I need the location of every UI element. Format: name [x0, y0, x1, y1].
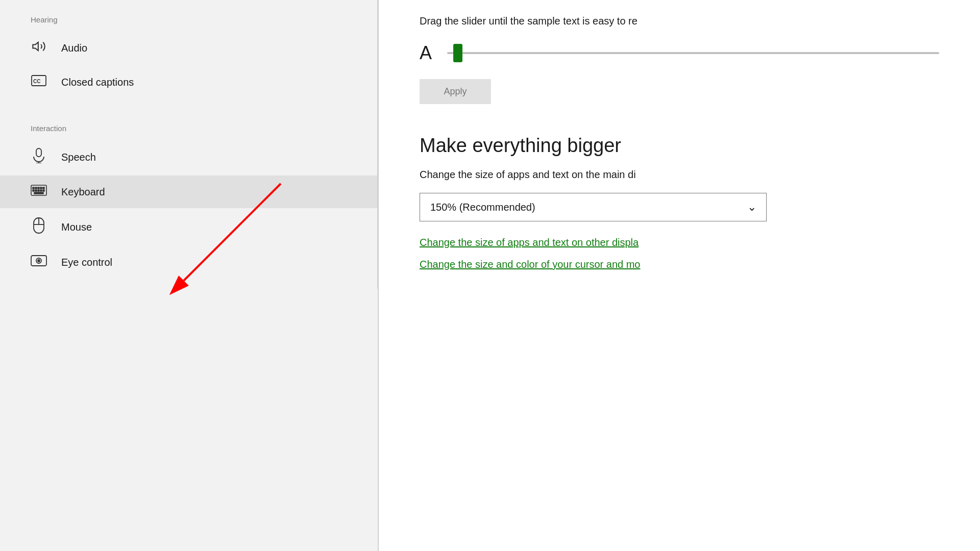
closed-captions-icon: CC: [31, 75, 47, 89]
display-scale-dropdown-container[interactable]: 150% (Recommended) ⌄: [420, 193, 767, 221]
svg-rect-13: [35, 190, 37, 191]
speech-icon: [31, 148, 47, 166]
svg-rect-11: [43, 187, 44, 189]
display-scale-dropdown[interactable]: 150% (Recommended): [420, 193, 767, 221]
svg-rect-8: [35, 187, 37, 189]
main-content: Drag the slider until the sample text is…: [379, 0, 980, 551]
slider-instruction: Drag the slider until the sample text is…: [420, 15, 939, 27]
svg-marker-0: [33, 42, 38, 51]
interaction-section-header: Interaction: [0, 119, 377, 139]
make-bigger-title: Make everything bigger: [420, 135, 939, 157]
svg-rect-14: [38, 190, 39, 191]
apply-button[interactable]: Apply: [420, 79, 491, 104]
mouse-label: Mouse: [61, 221, 92, 233]
mouse-icon: [31, 217, 47, 237]
sidebar-item-closed-captions[interactable]: CC Closed captions: [0, 66, 377, 98]
keyboard-icon: [31, 185, 47, 199]
sidebar-item-audio[interactable]: Audio: [0, 30, 377, 66]
eye-control-label: Eye control: [61, 257, 112, 268]
svg-rect-15: [40, 190, 42, 191]
svg-rect-9: [38, 187, 39, 189]
slider-letter-label: A: [420, 42, 432, 64]
other-displays-link[interactable]: Change the size of apps and text on othe…: [420, 237, 939, 248]
svg-text:CC: CC: [33, 79, 40, 84]
speech-label: Speech: [61, 152, 96, 163]
font-size-slider-track[interactable]: [447, 52, 939, 54]
svg-rect-3: [36, 148, 41, 157]
svg-rect-7: [33, 187, 34, 189]
change-size-description: Change the size of apps and text on the …: [420, 169, 939, 181]
font-size-slider-thumb[interactable]: [453, 44, 462, 62]
sidebar-item-keyboard[interactable]: Keyboard: [0, 176, 377, 208]
svg-point-23: [38, 260, 40, 262]
svg-rect-10: [40, 187, 42, 189]
hearing-section-header: Hearing: [0, 10, 377, 30]
svg-rect-17: [34, 192, 43, 194]
closed-captions-label: Closed captions: [61, 77, 134, 88]
slider-row: A: [420, 42, 939, 64]
cursor-color-link[interactable]: Change the size and color of your cursor…: [420, 259, 939, 270]
sidebar-item-speech[interactable]: Speech: [0, 139, 377, 176]
sidebar-item-mouse[interactable]: Mouse: [0, 208, 377, 246]
svg-rect-16: [43, 190, 44, 191]
audio-icon: [31, 39, 47, 57]
svg-rect-12: [33, 190, 34, 191]
sidebar-item-eye-control[interactable]: Eye control: [0, 246, 377, 279]
eye-control-icon: [31, 255, 47, 269]
audio-label: Audio: [61, 42, 87, 54]
keyboard-label: Keyboard: [61, 186, 105, 198]
